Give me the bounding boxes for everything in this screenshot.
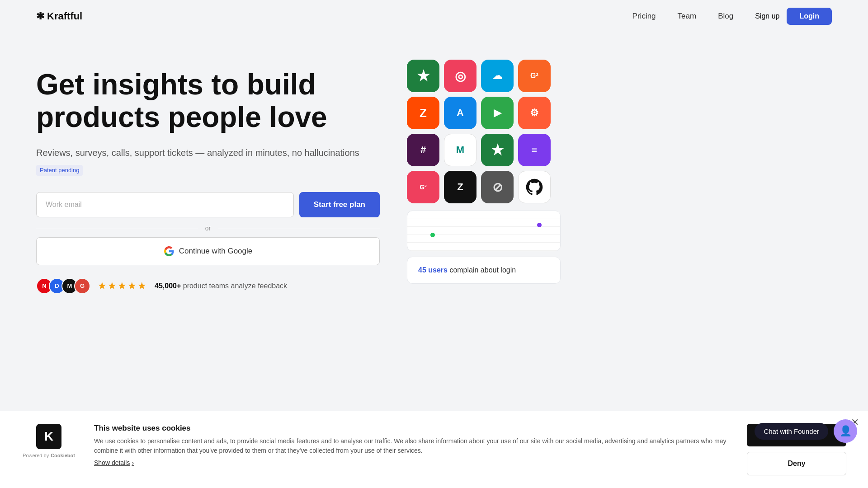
- or-text: or: [205, 225, 211, 232]
- signup-form: Start free plan: [36, 192, 380, 217]
- proof-text: 45,000+ product teams analyze feedback: [155, 282, 287, 290]
- email-input[interactable]: [36, 192, 294, 217]
- nav-links: Pricing Team Blog: [632, 12, 734, 21]
- google-signin-button[interactable]: Continue with Google: [36, 237, 380, 265]
- app-icon-salesforce: ☁: [481, 60, 514, 92]
- proof-suffix: product teams analyze feedback: [183, 282, 287, 290]
- nav-blog[interactable]: Blog: [718, 12, 733, 21]
- main-content: Get insights to build products people lo…: [0, 33, 868, 312]
- hero-left: Get insights to build products people lo…: [36, 60, 380, 294]
- app-icon-zapier: Z: [407, 97, 439, 129]
- or-line-right: [218, 228, 380, 228]
- or-line-left: [36, 228, 198, 228]
- insight-text: complain about login: [448, 266, 516, 274]
- app-icon-circle: ⊘: [481, 171, 514, 203]
- chevron-right-icon: ›: [132, 459, 134, 466]
- or-divider: or: [36, 225, 380, 232]
- app-icon-github: [518, 171, 551, 203]
- app-icon-slack: #: [407, 134, 439, 166]
- nav-actions: Sign up Login: [755, 8, 832, 25]
- hero-subtitle-text: Reviews, surveys, calls, support tickets…: [36, 146, 359, 160]
- app-icon-hubspot: ⚙: [518, 97, 551, 129]
- hero-right: ★ ◎ ☁ G² Z A ▶ ⚙ # M ★ ≡ G² Z ⊘: [407, 60, 561, 284]
- cookie-overlay: ✕ K Powered by Cookiebot This website us…: [0, 411, 868, 488]
- patent-badge: Patent pending: [36, 165, 83, 176]
- logo[interactable]: ✱ Kraftful: [36, 10, 82, 22]
- cookie-title: This website uses cookies: [94, 424, 729, 433]
- show-details-button[interactable]: Show details ›: [94, 459, 134, 466]
- cookie-body: We use cookies to personalise content an…: [94, 436, 729, 455]
- google-signin-label: Continue with Google: [179, 247, 253, 256]
- social-proof: N D M G ★★★★★ 45,000+ product teams anal…: [36, 278, 380, 294]
- cookie-logo-area: K Powered by Cookiebot: [22, 424, 76, 458]
- app-icon-notion: ≡: [518, 134, 551, 166]
- cookie-logo: K: [36, 424, 61, 449]
- insight-count: 45 users: [418, 266, 448, 274]
- logo-symbol: ✱: [36, 10, 44, 22]
- proof-count: 45,000+: [155, 282, 181, 290]
- google-icon: [164, 246, 175, 257]
- nav-pricing[interactable]: Pricing: [632, 12, 656, 21]
- logo-text: Kraftful: [47, 10, 82, 22]
- star-rating: ★★★★★: [98, 280, 147, 292]
- cookie-text-area: This website uses cookies We use cookies…: [94, 424, 729, 466]
- chat-label[interactable]: Chat with Founder: [755, 423, 828, 440]
- app-icon-g2b: G²: [407, 171, 439, 203]
- chart-area: [407, 211, 561, 251]
- app-icon-g2: G²: [518, 60, 551, 92]
- avatar-4: G: [74, 278, 90, 294]
- app-icon-star2: ★: [481, 134, 514, 166]
- app-icon-meet: M: [444, 134, 476, 166]
- insight-card: 45 users complain about login: [407, 257, 561, 284]
- navbar: ✱ Kraftful Pricing Team Blog Sign up Log…: [0, 0, 868, 33]
- signup-button[interactable]: Sign up: [755, 12, 779, 20]
- app-icon-zendesk: Z: [444, 171, 476, 203]
- hero-title: Get insights to build products people lo…: [36, 69, 380, 133]
- app-icon-pocket: ◎: [444, 60, 476, 92]
- chat-avatar[interactable]: 👤: [834, 419, 857, 443]
- login-button[interactable]: Login: [787, 8, 832, 25]
- chart-grid: [407, 211, 560, 251]
- app-icon-appstore: A: [444, 97, 476, 129]
- avatar-stack: N D M G: [36, 278, 90, 294]
- cookie-banner: ✕ K Powered by Cookiebot This website us…: [0, 411, 868, 488]
- app-grid: ★ ◎ ☁ G² Z A ▶ ⚙ # M ★ ≡ G² Z ⊘: [407, 60, 561, 203]
- powered-by: Powered by Cookiebot: [23, 453, 75, 458]
- deny-button[interactable]: Deny: [747, 452, 846, 475]
- app-icon-gplay: ▶: [481, 97, 514, 129]
- app-icon-angie: ★: [407, 60, 439, 92]
- chat-widget[interactable]: Chat with Founder 👤: [755, 419, 857, 443]
- hero-subtitle: Reviews, surveys, calls, support tickets…: [36, 146, 380, 176]
- nav-team[interactable]: Team: [678, 12, 697, 21]
- free-plan-button[interactable]: Start free plan: [299, 192, 380, 217]
